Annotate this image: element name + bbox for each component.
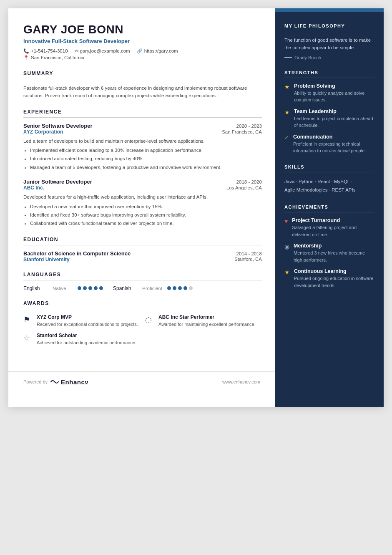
- exp-bullet-1-0: Developed a new feature that improved us…: [30, 203, 262, 210]
- email-icon: ✉: [75, 48, 78, 54]
- education-section: EDUCATION Bachelor of Science in Compute…: [23, 237, 262, 262]
- philosophy-dash: [284, 57, 292, 58]
- left-column: GARY JOE BONN Innovative Full-Stack Soft…: [8, 8, 275, 407]
- award-desc-0: Received for exceptional contributions t…: [37, 321, 138, 328]
- phone-icon: 📞: [23, 48, 29, 54]
- email-contact: ✉ gary.joe@example.com: [75, 48, 130, 54]
- lang-dot-0-1: [83, 286, 87, 290]
- strength-item-1: ★ Team Leadership Led teams to project c…: [284, 108, 374, 129]
- strength-name-1: Team Leadership: [294, 108, 374, 114]
- award-item-0: ⚑ XYZ Corp MVP Received for exceptional …: [23, 314, 140, 328]
- resume-wrapper: GARY JOE BONN Innovative Full-Stack Soft…: [8, 8, 384, 407]
- experience-title: EXPERIENCE: [23, 109, 262, 118]
- edu-school-0: Stanford University: [23, 257, 70, 262]
- awards-grid: ⚑ XYZ Corp MVP Received for exceptional …: [23, 314, 262, 346]
- contact-line-2: 📍 San Francisco, California: [23, 55, 262, 61]
- exp-role-1: Junior Software Developer: [23, 179, 92, 185]
- website-contact: 🔗 https://gary.com: [137, 48, 178, 54]
- strengths-title: STRENGTHS: [284, 70, 374, 78]
- strength-desc-0: Ability to quickly analyze and solve com…: [294, 90, 374, 103]
- lang-dots-1: [167, 286, 193, 290]
- check-icon-2: ✓: [284, 134, 289, 141]
- exp-role-0: Senior Software Developer: [23, 123, 92, 129]
- star-icon-0: ★: [284, 83, 290, 90]
- awards-title: AWARDS: [23, 300, 262, 309]
- footer: Powered by Enhancv www.enhancv.com: [8, 371, 275, 392]
- lang-name-1: Spanish: [113, 285, 142, 291]
- lang-dots-0: [78, 286, 103, 290]
- exp-bullet-0-2: Managed a team of 5 developers, fosterin…: [30, 164, 262, 171]
- award-name-0: XYZ Corp MVP: [37, 314, 138, 320]
- summary-title: SUMMARY: [23, 71, 262, 79]
- exp-bullets-1: Developed a new feature that improved us…: [30, 203, 262, 227]
- location-value: San Francisco, California: [31, 55, 84, 60]
- ach-desc-1: Mentored 3 new hires who became high per…: [294, 250, 374, 263]
- exp-company-1: ABC Inc.: [23, 185, 44, 191]
- lang-dot-1-1: [173, 286, 176, 290]
- lang-dot-0-4: [99, 286, 103, 290]
- skills-title: SKILLS: [284, 164, 374, 172]
- lang-dot-1-3: [183, 286, 187, 290]
- lang-dot-0-2: [88, 286, 92, 290]
- right-column: MY LIFE PHILOSOPHY The function of good …: [275, 8, 384, 407]
- star-outline-icon: ☆: [23, 333, 33, 343]
- edu-header-0: Bachelor of Science in Computer Science …: [23, 250, 262, 257]
- right-col-content: MY LIFE PHILOSOPHY The function of good …: [275, 12, 384, 310]
- achievement-item-2: ★ Continuous Learning Pursued ongoing ed…: [284, 268, 374, 289]
- award-text-1: ABC Inc Star Performer Awarded for maint…: [158, 314, 256, 328]
- achievements-section: ACHIEVEMENTS ♥ Project Turnaround Salvag…: [284, 204, 374, 289]
- strengths-section: STRENGTHS ★ Problem Solving Ability to q…: [284, 70, 374, 154]
- award-name-2: Stanford Scholar: [37, 333, 136, 338]
- ach-text-0: Project Turnaround Salvaged a faltering …: [292, 217, 374, 238]
- ach-name-0: Project Turnaround: [292, 217, 374, 223]
- lang-level-0: Native: [53, 286, 78, 291]
- star-ach-icon: ★: [284, 269, 290, 275]
- education-title: EDUCATION: [23, 237, 262, 245]
- lang-name-0: English: [23, 285, 53, 291]
- exp-company-0: XYZ Corporation: [23, 129, 63, 135]
- award-desc-2: Achieved for outstanding academic perfor…: [37, 339, 136, 346]
- exp-desc-1: Developed features for a high-traffic we…: [23, 193, 262, 201]
- summary-text: Passionate full-stack developer with 6 y…: [23, 84, 262, 100]
- email-value: gary.joe@example.com: [80, 48, 130, 53]
- lang-dot-1-0: [167, 286, 171, 290]
- lang-dot-1-4: [189, 286, 193, 290]
- award-name-1: ABC Inc Star Performer: [158, 314, 256, 320]
- ach-name-1: Mentorship: [294, 243, 374, 249]
- award-desc-1: Awarded for maintaining excellent perfor…: [158, 321, 256, 328]
- lang-dot-0-3: [94, 286, 98, 290]
- pin-icon: ◌: [145, 315, 154, 324]
- exp-header-0: Senior Software Developer 2020 - 2023: [23, 123, 262, 129]
- exp-item-0: Senior Software Developer 2020 - 2023 XY…: [23, 123, 262, 172]
- strength-desc-1: Led teams to project completion ahead of…: [294, 115, 374, 129]
- exp-dates-0: 2020 - 2023: [236, 124, 262, 129]
- bookmark-icon: ⚑: [23, 315, 33, 324]
- skills-text: Java · Python · React · MySQL · Agile Me…: [284, 177, 374, 194]
- achievement-item-1: ◉ Mentorship Mentored 3 new hires who be…: [284, 243, 374, 263]
- ach-text-1: Mentorship Mentored 3 new hires who beca…: [294, 243, 374, 263]
- footer-url: www.enhancv.com: [222, 379, 260, 384]
- exp-item-1: Junior Software Developer 2018 - 2020 AB…: [23, 179, 262, 227]
- lang-dot-0-0: [78, 286, 81, 290]
- exp-company-line-0: XYZ Corporation San Francisco, CA: [23, 129, 262, 135]
- strength-desc-2: Proficient in expressing technical infor…: [293, 141, 374, 154]
- top-accent-bar: [275, 8, 384, 12]
- strength-text-1: Team Leadership Led teams to project com…: [294, 108, 374, 129]
- edu-item-0: Bachelor of Science in Computer Science …: [23, 250, 262, 262]
- achievement-item-0: ♥ Project Turnaround Salvaged a falterin…: [284, 217, 374, 238]
- philosophy-title: MY LIFE PHILOSOPHY: [284, 23, 374, 31]
- location-icon: 📍: [23, 55, 29, 61]
- ach-text-2: Continuous Learning Pursued ongoing educ…: [294, 268, 374, 289]
- candidate-name: GARY JOE BONN: [23, 23, 262, 36]
- heart-icon: ♥: [284, 218, 288, 225]
- brand-name: Enhancv: [61, 378, 88, 386]
- exp-company-line-1: ABC Inc. Los Angeles, CA: [23, 185, 262, 191]
- philosophy-author-name: Grady Booch: [294, 55, 321, 60]
- candidate-title: Innovative Full-Stack Software Developer: [23, 38, 262, 44]
- award-item-1: ◌ ABC Inc Star Performer Awarded for mai…: [145, 314, 262, 328]
- link-icon: 🔗: [137, 48, 143, 54]
- location-contact: 📍 San Francisco, California: [23, 55, 84, 61]
- exp-header-1: Junior Software Developer 2018 - 2020: [23, 179, 262, 185]
- exp-dates-1: 2018 - 2020: [236, 179, 262, 184]
- award-text-0: XYZ Corp MVP Received for exceptional co…: [37, 314, 138, 328]
